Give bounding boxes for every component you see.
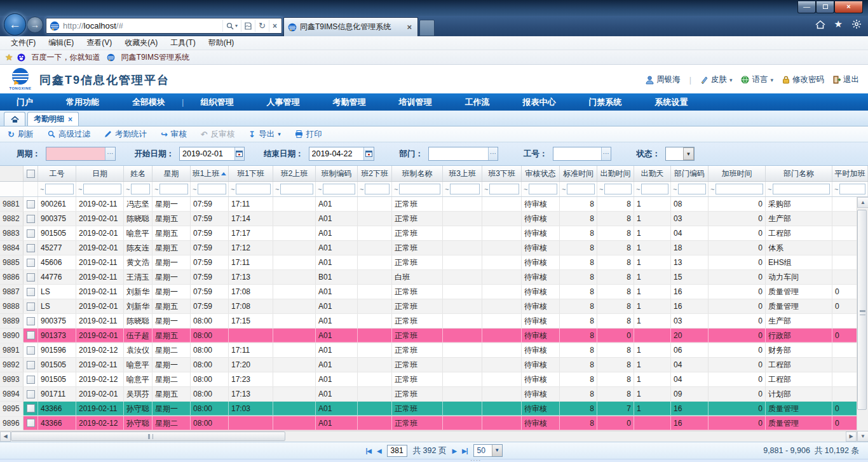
new-tab-button[interactable] xyxy=(419,20,435,36)
column-filter-input[interactable] xyxy=(131,184,150,194)
column-filter-input[interactable] xyxy=(159,184,188,194)
nav-item[interactable]: 报表中心 xyxy=(506,97,572,108)
scroll-down-icon[interactable]: ▼ xyxy=(857,431,868,442)
table-row[interactable]: 9896433662019-02-12孙守聪星期二08:00A01正常班待审核8… xyxy=(0,416,857,431)
column-filter-input[interactable] xyxy=(489,184,519,194)
column-filter-input[interactable] xyxy=(280,184,313,194)
column-header[interactable]: 工号 xyxy=(38,166,76,181)
column-filter-input[interactable] xyxy=(236,184,271,194)
stop-icon[interactable]: × xyxy=(269,20,280,32)
row-checkbox[interactable] xyxy=(27,317,35,325)
refresh-icon[interactable]: ↻ xyxy=(255,20,269,32)
column-header[interactable]: 标准时间 xyxy=(560,166,597,181)
row-checkbox[interactable] xyxy=(27,288,35,296)
add-favorite-icon[interactable]: ★ xyxy=(5,52,13,62)
window-restore-button[interactable] xyxy=(816,1,834,13)
column-header[interactable]: 班3上班 xyxy=(443,166,482,181)
nav-item[interactable]: 培训管理 xyxy=(382,97,448,108)
row-checkbox[interactable] xyxy=(27,331,35,339)
table-row[interactable]: 98939015052019-02-12喻意平星期二08:0017:23A01正… xyxy=(0,372,857,387)
tab-attendance-detail[interactable]: 考勤明细 × xyxy=(27,112,79,126)
page-size-dropdown-icon[interactable]: ▼ xyxy=(492,445,502,456)
column-filter-input[interactable] xyxy=(773,184,830,194)
column-filter-input[interactable] xyxy=(678,184,706,194)
column-header[interactable]: 平时加班 xyxy=(832,166,868,181)
menu-item[interactable]: 文件(F) xyxy=(5,36,41,50)
table-row[interactable]: 98919015962019-02-12袁汝仪星期二08:0017:11A01正… xyxy=(0,343,857,358)
table-row[interactable]: 98829003752019-02-01陈晓聪星期五07:5917:14A01正… xyxy=(0,212,857,226)
table-row[interactable]: 98949017112019-02-01吴琪芬星期五08:0017:13A01正… xyxy=(0,387,857,402)
column-header[interactable]: 审核状态 xyxy=(522,166,560,181)
compatibility-view-icon[interactable] xyxy=(241,20,255,32)
column-header[interactable]: 出勤天 xyxy=(634,166,671,181)
window-minimize-button[interactable]: — xyxy=(797,1,816,13)
row-checkbox[interactable] xyxy=(27,361,35,369)
row-checkbox[interactable] xyxy=(27,419,35,427)
change-password-button[interactable]: 修改密码 xyxy=(782,74,824,85)
nav-item[interactable]: 系统设置 xyxy=(638,97,704,108)
export-button[interactable]: ↧导出▾ xyxy=(248,129,280,140)
tab-close-icon[interactable]: × xyxy=(68,115,72,124)
scroll-up-icon[interactable]: ▲ xyxy=(857,197,868,208)
last-page-button[interactable]: ▶| xyxy=(462,447,468,454)
row-checkbox[interactable] xyxy=(27,390,35,398)
column-header[interactable]: 星期 xyxy=(153,166,191,181)
column-filter-input[interactable] xyxy=(641,184,668,194)
home-icon[interactable] xyxy=(815,20,825,29)
menu-item[interactable]: 查看(V) xyxy=(81,36,118,50)
nav-item[interactable]: 人事管理 xyxy=(250,97,316,108)
column-header[interactable]: 加班时间 xyxy=(709,166,766,181)
favorite-link-baidu[interactable]: 百度一下，你就知道 xyxy=(29,51,103,64)
nav-item[interactable]: 全部模块 xyxy=(116,97,182,108)
table-row[interactable]: 9885456062019-02-11黄文浩星期一07:5917:11A01正常… xyxy=(0,255,857,270)
period-input[interactable] xyxy=(46,147,105,160)
row-checkbox[interactable] xyxy=(27,273,35,282)
column-filter-input[interactable] xyxy=(567,184,595,194)
row-checkbox[interactable] xyxy=(27,376,35,384)
column-header[interactable]: 部门名称 xyxy=(766,166,832,181)
department-picker-button[interactable]: ··· xyxy=(488,147,498,160)
column-filter-input[interactable] xyxy=(529,184,557,194)
table-row[interactable]: 9888LS2019-02-01刘新华星期五07:5917:08A01正常班待审… xyxy=(0,299,857,314)
column-filter-input[interactable] xyxy=(365,184,390,194)
column-header[interactable]: 日期 xyxy=(76,166,124,181)
table-row[interactable]: 9886447762019-02-11王清玉星期一07:5917:13B01白班… xyxy=(0,270,857,285)
column-header[interactable]: 班制名称 xyxy=(392,166,443,181)
nav-item[interactable]: 门禁系统 xyxy=(572,97,638,108)
attendance-stats-button[interactable]: 考勤统计 xyxy=(104,129,147,140)
row-checkbox[interactable] xyxy=(27,346,35,355)
column-filter-input[interactable] xyxy=(450,184,480,194)
column-header[interactable]: 班制编码 xyxy=(316,166,358,181)
row-checkbox[interactable] xyxy=(27,302,35,311)
table-row[interactable]: 98909013732019-02-01伍子超星期五08:00A01正常班待审核… xyxy=(0,329,857,343)
table-row[interactable]: 98899003752019-02-11陈晓聪星期一08:0017:15A01正… xyxy=(0,314,857,329)
window-close-button[interactable]: × xyxy=(834,1,863,13)
scroll-right-icon[interactable]: ▶ xyxy=(846,431,857,442)
column-filter-input[interactable] xyxy=(839,184,865,194)
nav-item[interactable]: 考勤管理 xyxy=(316,97,382,108)
skin-menu[interactable]: 皮肤▾ xyxy=(700,74,733,85)
current-user[interactable]: 周银海 xyxy=(646,74,681,85)
nav-item[interactable]: 组织管理 xyxy=(184,97,250,108)
row-checkbox[interactable] xyxy=(27,229,35,238)
column-header[interactable]: 姓名 xyxy=(124,166,153,181)
search-icon[interactable]: ▾ xyxy=(222,20,241,32)
column-filter-input[interactable] xyxy=(45,184,74,194)
address-bar[interactable]: http://localhost/# ▾ ↻ × xyxy=(46,18,282,34)
row-checkbox[interactable] xyxy=(27,200,35,208)
table-row[interactable]: 9884452772019-02-01陈友连星期五07:5917:12A01正常… xyxy=(0,241,857,255)
period-picker-button[interactable]: ··· xyxy=(105,147,114,160)
department-input[interactable] xyxy=(429,147,488,160)
column-filter-input[interactable] xyxy=(83,184,121,194)
row-checkbox[interactable] xyxy=(27,259,35,267)
nav-item[interactable]: 工作流 xyxy=(448,97,506,108)
column-header[interactable]: 班2下班 xyxy=(358,166,392,181)
status-dropdown-icon[interactable]: ▼ xyxy=(683,147,694,160)
column-header[interactable]: 出勤时间 xyxy=(597,166,634,181)
table-row[interactable]: 9887LS2019-02-11刘新华星期一07:5917:08A01正常班待审… xyxy=(0,285,857,299)
browser-forward-button[interactable]: → xyxy=(27,17,43,33)
column-filter-input[interactable] xyxy=(399,184,440,194)
start-date-input[interactable] xyxy=(180,147,234,160)
menu-item[interactable]: 工具(T) xyxy=(165,36,201,50)
column-header[interactable]: 班1上班 xyxy=(191,166,229,181)
